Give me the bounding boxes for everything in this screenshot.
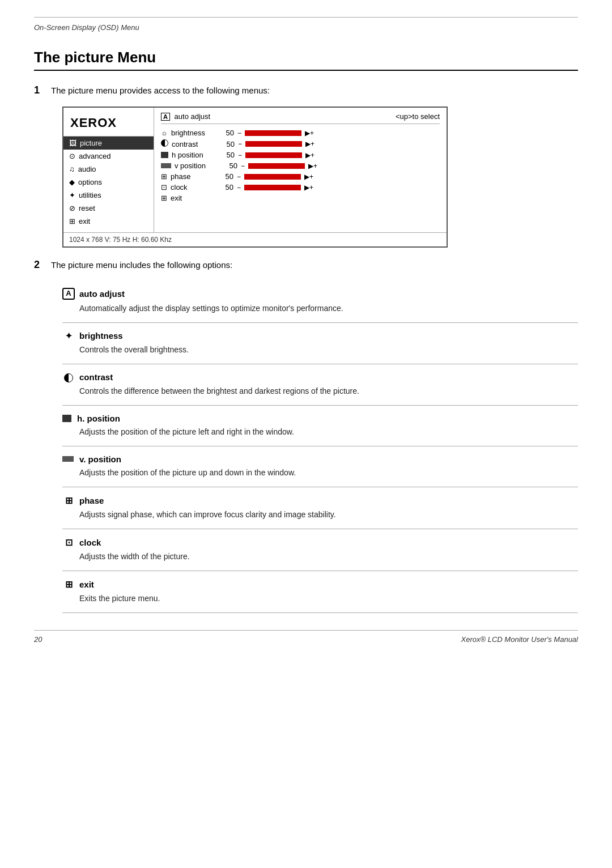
option-phase: ⊞ phase Adjusts signal phase, which can … — [62, 487, 578, 529]
vpos-bar-right-arrow: ▶+ — [308, 162, 317, 170]
exit-row-icon: ⊞ — [161, 194, 167, 202]
utilities-icon: ✦ — [69, 191, 75, 199]
step1-text: The picture menu provides access to the … — [51, 84, 270, 95]
osd-resolution: 1024 x 768 V: 75 Hz H: 60.60 Khz — [63, 232, 447, 246]
audio-icon: ♫ — [69, 165, 75, 173]
osd-row-clock: ⊡ clock 50 − ▶+ — [161, 183, 440, 192]
hposition-option-icon — [62, 415, 71, 422]
vpos-bar — [248, 163, 305, 169]
hpos-row-label: h position — [172, 151, 217, 159]
osd-menu-advanced[interactable]: ⊙ advanced — [63, 150, 154, 163]
osd-menu-exit-left[interactable]: ⊞ exit — [63, 215, 154, 228]
clock-bar-minus: − — [237, 184, 241, 192]
brightness-row-label: brightness — [171, 129, 216, 137]
reset-icon: ⊘ — [69, 204, 75, 212]
option-hposition-header: h. position — [62, 414, 578, 423]
option-exit-header: ⊞ exit — [62, 579, 578, 590]
osd-menu-options[interactable]: ◆ options — [63, 176, 154, 189]
step1-intro: 1 The picture menu provides access to th… — [34, 84, 578, 96]
clock-bar — [244, 185, 301, 190]
option-clock-header: ⊡ clock — [62, 537, 578, 548]
step2-intro: 2 The picture menu includes the followin… — [34, 259, 578, 271]
brightness-bar-right-arrow: ▶+ — [305, 129, 314, 137]
osd-menu-picture-label: picture — [80, 139, 102, 147]
brightness-bar-minus: − — [237, 129, 241, 137]
osd-left-panel: XEROX 🖼 picture ⊙ advanced ♫ audio ◆ opt… — [63, 108, 154, 232]
option-clock: ⊡ clock Adjusts the width of the picture… — [62, 529, 578, 571]
osd-menu-utilities-label: utilities — [79, 191, 101, 199]
osd-menu-exit-left-label: exit — [79, 217, 90, 225]
advanced-icon: ⊙ — [69, 152, 75, 160]
option-hposition-body: Adjusts the position of the picture left… — [62, 426, 578, 438]
option-hposition: h. position Adjusts the position of the … — [62, 406, 578, 446]
page-footer: 20 Xerox® LCD Monitor User's Manual — [34, 630, 578, 644]
option-phase-label: phase — [79, 496, 104, 505]
header-breadcrumb-section: On-Screen Display (OSD) Menu — [34, 17, 578, 32]
osd-logo: XEROX — [63, 112, 154, 137]
page-title: The picture Menu — [34, 49, 578, 66]
osd-row-phase: ⊞ phase 50 − ▶+ — [161, 172, 440, 181]
brightness-bar — [245, 130, 301, 136]
osd-menu-reset[interactable]: ⊘ reset — [63, 202, 154, 215]
clock-option-icon: ⊡ — [62, 537, 75, 548]
exit-left-icon: ⊞ — [69, 217, 75, 225]
step1-number: 1 — [34, 84, 45, 96]
osd-menu-options-label: options — [78, 178, 102, 186]
clock-row-icon: ⊡ — [161, 183, 167, 192]
exit-option-icon: ⊞ — [62, 579, 75, 590]
brightness-row-value: 50 — [220, 129, 234, 137]
clock-row-value: 50 — [219, 183, 233, 192]
footer-page-number: 20 — [34, 635, 42, 644]
osd-box: XEROX 🖼 picture ⊙ advanced ♫ audio ◆ opt… — [62, 107, 448, 248]
auto-adjust-option-icon: A — [62, 288, 75, 300]
hpos-row-icon — [161, 152, 168, 158]
option-vposition: v. position Adjusts the position of the … — [62, 446, 578, 487]
osd-top-bar: A auto adjust <up>to select — [161, 112, 440, 124]
osd-row-hposition: h position 50 − ▶+ — [161, 151, 440, 159]
osd-menu-picture[interactable]: 🖼 picture — [63, 137, 154, 150]
contrast-bar — [245, 141, 302, 147]
osd-menu-audio[interactable]: ♫ audio — [63, 163, 154, 176]
phase-row-label: phase — [171, 172, 216, 181]
option-contrast-header: contrast — [62, 372, 578, 382]
option-vposition-body: Adjusts the position of the picture up a… — [62, 467, 578, 479]
osd-menu-utilities[interactable]: ✦ utilities — [63, 189, 154, 202]
osd-inner: XEROX 🖼 picture ⊙ advanced ♫ audio ◆ opt… — [63, 108, 447, 232]
option-auto-adjust-header: A auto adjust — [62, 288, 578, 300]
option-auto-adjust-body: Automatically adjust the display setting… — [62, 303, 578, 314]
brightness-row-icon: ☼ — [161, 129, 168, 137]
contrast-option-icon — [62, 372, 75, 382]
vpos-bar-minus: − — [241, 162, 245, 170]
option-auto-adjust-label: auto adjust — [79, 289, 125, 299]
option-auto-adjust: A auto adjust Automatically adjust the d… — [62, 280, 578, 323]
vposition-option-icon — [62, 456, 74, 462]
vpos-row-icon — [161, 163, 171, 168]
phase-bar-right-arrow: ▶+ — [304, 173, 313, 181]
options-icon: ◆ — [69, 178, 75, 186]
footer-manual-title: Xerox® LCD Monitor User's Manual — [461, 635, 578, 644]
option-phase-body: Adjusts signal phase, which can improve … — [62, 509, 578, 521]
hpos-bar — [245, 152, 302, 158]
option-contrast-body: Controls the difference between the brig… — [62, 385, 578, 397]
osd-row-vposition: v position 50 − ▶+ — [161, 161, 440, 170]
osd-menu-reset-label: reset — [79, 204, 95, 212]
phase-bar — [244, 174, 301, 180]
option-phase-header: ⊞ phase — [62, 495, 578, 506]
picture-icon: 🖼 — [69, 139, 76, 147]
option-brightness-header: ✦ brightness — [62, 331, 578, 341]
hpos-bar-minus: − — [238, 151, 242, 159]
option-brightness: ✦ brightness Controls the overall bright… — [62, 323, 578, 364]
contrast-bar-right-arrow: ▶+ — [305, 140, 314, 148]
osd-auto-adjust: A auto adjust — [161, 112, 210, 121]
phase-row-value: 50 — [219, 172, 233, 181]
exit-row-label: exit — [171, 194, 182, 202]
page: On-Screen Display (OSD) Menu The picture… — [0, 0, 612, 678]
phase-row-icon: ⊞ — [161, 172, 167, 181]
osd-row-brightness: ☼ brightness 50 − ▶+ — [161, 129, 440, 137]
step2-text: The picture menu includes the following … — [51, 259, 232, 270]
option-vposition-label: v. position — [79, 454, 121, 464]
contrast-row-icon — [161, 139, 168, 148]
option-contrast-label: contrast — [79, 372, 113, 382]
page-title-section: The picture Menu — [34, 49, 578, 71]
contrast-row-label: contrast — [172, 140, 217, 148]
